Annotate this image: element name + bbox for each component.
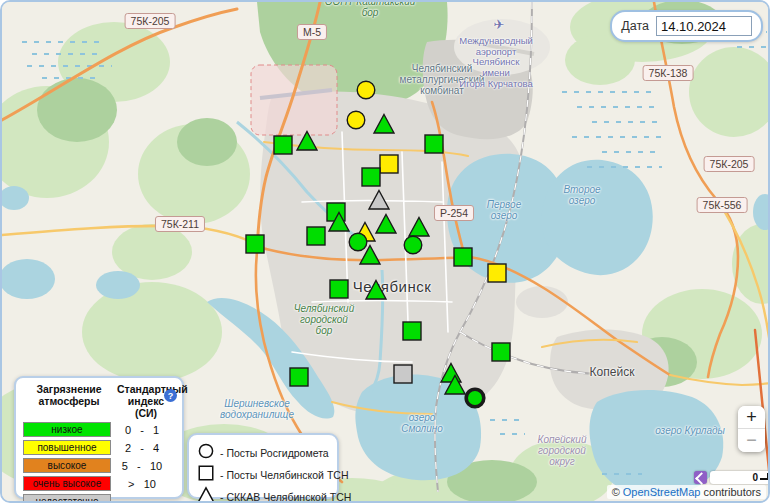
marker-triangle-low[interactable] <box>374 212 398 236</box>
pollution-legend-title: Загрязнение атмосферы <box>23 383 115 419</box>
marker-square-low[interactable] <box>489 340 513 364</box>
pollution-legend-row: повышенное2 - 4 <box>23 440 176 455</box>
road-badge: 75К-205 <box>704 156 755 172</box>
marker-square-low[interactable] <box>422 132 446 156</box>
marker-circle-elevated[interactable] <box>354 78 378 102</box>
map-label-town: Копейск <box>590 366 635 379</box>
legend-color-box: очень высокое <box>23 476 111 491</box>
legend-si-value: > 10 <box>111 478 173 490</box>
pollution-legend: Загрязнение атмосферы Стандартный индекс… <box>14 376 184 499</box>
road-badge: 75К-211 <box>155 216 205 232</box>
pollution-legend-row: низкое0 - 1 <box>23 422 176 437</box>
date-widget: Дата <box>610 10 763 42</box>
marker-square-no_data[interactable] <box>391 362 415 386</box>
circle-icon <box>197 442 215 464</box>
symbols-legend-label: - Посты Челябинской ТСН <box>220 469 348 481</box>
legend-color-box: повышенное <box>23 440 111 455</box>
legend-color-box: высокое <box>23 458 111 473</box>
marker-square-low[interactable] <box>359 165 383 189</box>
symbols-legend-item: - СККАВ Челябинской ТСН <box>197 486 331 503</box>
zoom-control: + − <box>738 406 765 452</box>
marker-triangle-low[interactable] <box>358 243 382 267</box>
map-label-water: Второеозеро <box>563 184 600 206</box>
map-label-airport: МеждународныйаэропортЧелябинскимениИгоря… <box>459 36 533 89</box>
pollution-legend-rows: низкое0 - 1повышенное2 - 4высокое5 - 10о… <box>23 422 176 503</box>
marker-square-low[interactable] <box>287 365 311 389</box>
marker-triangle-no_data[interactable] <box>367 188 391 212</box>
map-label-district: Копейскийгородскойокруг <box>538 434 587 468</box>
marker-square-low[interactable] <box>243 232 267 256</box>
date-label: Дата <box>621 19 649 33</box>
marker-triangle-low[interactable] <box>295 129 319 153</box>
help-icon[interactable]: ? <box>164 389 177 402</box>
marker-square-low[interactable] <box>327 277 351 301</box>
marker-circle-low[interactable] <box>401 233 425 257</box>
marker-circle-low[interactable] <box>463 386 487 410</box>
triangle-icon <box>197 486 215 503</box>
attribution-prefix: © <box>612 486 623 498</box>
map-label-forest: Челябинскийгородскойбор <box>294 303 354 337</box>
road-badge: 75К-205 <box>125 13 176 29</box>
pollution-legend-row: очень высокое> 10 <box>23 476 176 491</box>
marker-square-elevated[interactable] <box>485 261 509 285</box>
marker-triangle-low[interactable] <box>372 112 396 136</box>
zoom-in-button[interactable]: + <box>738 406 765 429</box>
osm-link[interactable]: OpenStreetMap <box>623 486 701 498</box>
legend-color-box: недостаточно данных <box>23 494 111 503</box>
road-badge: М-5 <box>297 24 327 40</box>
scale-value: 0 <box>752 472 758 483</box>
map-label-water: Первоеозеро <box>487 199 522 221</box>
marker-square-low[interactable] <box>304 224 328 248</box>
legend-si-value: 5 - 10 <box>111 460 173 472</box>
ruler-icon <box>760 473 769 480</box>
marker-square-low[interactable] <box>451 245 475 269</box>
map-container: ООПТ КаштакскийборЧелябинскийметаллургич… <box>0 0 770 503</box>
road-badge: 75К-556 <box>697 197 748 213</box>
legend-si-value: 0 - 1 <box>111 424 173 436</box>
date-input[interactable] <box>656 16 752 36</box>
symbols-legend: - Посты Росгидромета- Посты Челябинской … <box>187 433 339 499</box>
attribution: © OpenStreetMap contributors <box>607 485 766 499</box>
symbols-legend-label: - СККАВ Челябинской ТСН <box>220 491 351 503</box>
pollution-legend-row: высокое5 - 10 <box>23 458 176 473</box>
zoom-out-button[interactable]: − <box>738 429 765 452</box>
square-icon <box>197 464 215 486</box>
map-label-water: Шершневскоеводохранилище <box>220 398 294 420</box>
marker-square-low[interactable] <box>271 133 295 157</box>
map-label-water: озероСмолино <box>401 412 443 434</box>
pollution-legend-row: недостаточно данных <box>23 494 176 503</box>
symbols-legend-item: - Посты Росгидромета <box>197 442 331 464</box>
marker-circle-elevated[interactable] <box>344 108 368 132</box>
legend-si-value: 2 - 4 <box>111 442 173 454</box>
attribution-suffix: contributors <box>700 486 761 498</box>
road-badge: 75К-138 <box>643 65 694 81</box>
measure-widget: 0 <box>694 471 770 484</box>
scale-bar[interactable]: 0 <box>710 471 770 484</box>
map-label-forest: ООПТ Каштакскийбор <box>325 0 416 18</box>
map-label-water: озеро Курлады <box>655 425 725 436</box>
marker-square-low[interactable] <box>400 319 424 343</box>
airplane-icon: ✈ <box>494 17 505 32</box>
measure-icon[interactable] <box>694 471 707 484</box>
symbols-legend-item: - Посты Челябинской ТСН <box>197 464 331 486</box>
marker-triangle-low[interactable] <box>364 278 388 302</box>
symbols-legend-label: - Посты Росгидромета <box>220 447 329 459</box>
road-badge: Р-254 <box>434 205 474 221</box>
legend-color-box: низкое <box>23 422 111 437</box>
